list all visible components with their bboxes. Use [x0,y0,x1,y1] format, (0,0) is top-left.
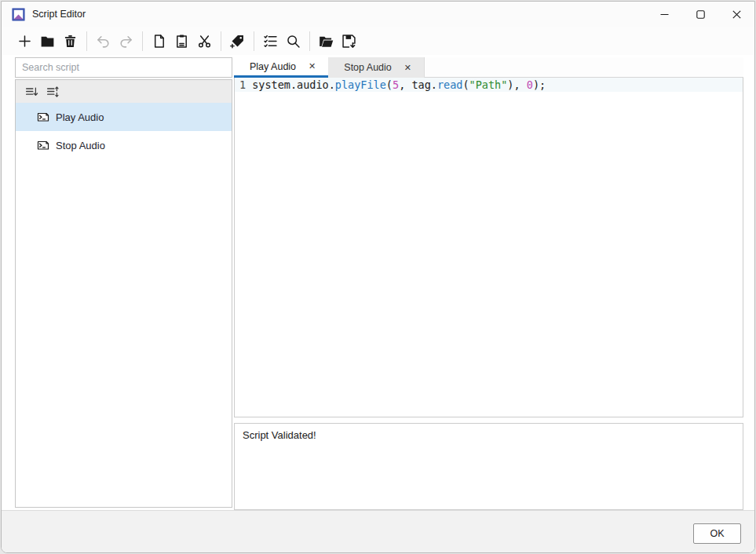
title-bar: Script Editor [2,2,754,27]
tab-play-audio[interactable]: Play Audio ✕ [234,57,328,78]
script-icon [37,111,49,123]
tab-stop-audio[interactable]: Stop Audio ✕ [328,57,425,78]
code-token-plain: ( [386,78,393,91]
script-list-panel: Play Audio Stop Audio [15,79,232,508]
code-token-plain: ( [462,78,469,91]
tab-close-icon[interactable]: ✕ [307,61,317,71]
undo-button[interactable] [92,29,115,53]
redo-button[interactable] [115,29,137,53]
add-tag-button[interactable] [226,29,249,53]
cut-button[interactable] [193,29,216,53]
script-item-label: Stop Audio [56,140,105,151]
validation-output-panel: Script Validated! [234,423,743,510]
save-export-button[interactable] [338,29,360,53]
code-token-number: 0 [527,78,533,91]
minimize-button[interactable] [646,2,682,27]
toolbar-separator [254,31,254,51]
code-token-plain: , tag. [399,78,437,91]
tab-label: Stop Audio [344,62,391,73]
footer-bar: OK [2,510,754,553]
sort-toggle-icon[interactable] [42,82,63,101]
code-token-plain: , [513,78,526,91]
code-line[interactable]: 1system.audio.playFile(5, tag.read("Path… [235,78,743,92]
paste-button[interactable] [170,29,193,53]
search-button[interactable] [282,29,305,53]
toolbar-separator [221,31,221,51]
toolbar-separator [309,31,310,51]
script-list-item-stop-audio[interactable]: Stop Audio [16,131,232,159]
line-number: 1 [239,78,246,91]
toolbar [2,27,754,55]
search-input[interactable] [15,57,232,78]
app-logo-icon [12,8,25,21]
script-icon [37,139,49,151]
multi-select-button[interactable] [259,29,282,53]
add-script-button[interactable] [13,29,36,53]
sort-descending-icon[interactable] [20,82,42,101]
delete-button[interactable] [59,29,82,53]
sort-bar [16,80,232,103]
close-button[interactable] [718,2,754,27]
code-token-function: playFile [335,78,386,91]
tab-label: Play Audio [250,61,296,72]
open-import-button[interactable] [315,29,338,53]
script-editor-window: Script Editor [1,1,755,553]
tab-close-icon[interactable]: ✕ [403,63,413,73]
editor-tab-bar: Play Audio ✕ Stop Audio ✕ [234,57,743,78]
new-folder-button[interactable] [36,29,59,53]
script-item-label: Play Audio [56,111,104,123]
ok-button[interactable]: OK [693,523,741,544]
toolbar-separator [86,31,87,51]
copy-button[interactable] [148,29,170,53]
maximize-button[interactable] [682,2,718,27]
code-token-number: 5 [393,78,399,91]
script-list-item-play-audio[interactable]: Play Audio [16,103,232,131]
code-token-plain: ); [533,78,546,91]
window-title: Script Editor [32,9,86,20]
validation-message: Script Validated! [243,429,316,441]
code-editor[interactable]: 1system.audio.playFile(5, tag.read("Path… [234,78,743,417]
code-token-string: "Path" [469,78,508,91]
code-token-function: read [437,78,463,91]
toolbar-separator [142,31,143,51]
code-token-plain: system.audio. [252,78,335,91]
